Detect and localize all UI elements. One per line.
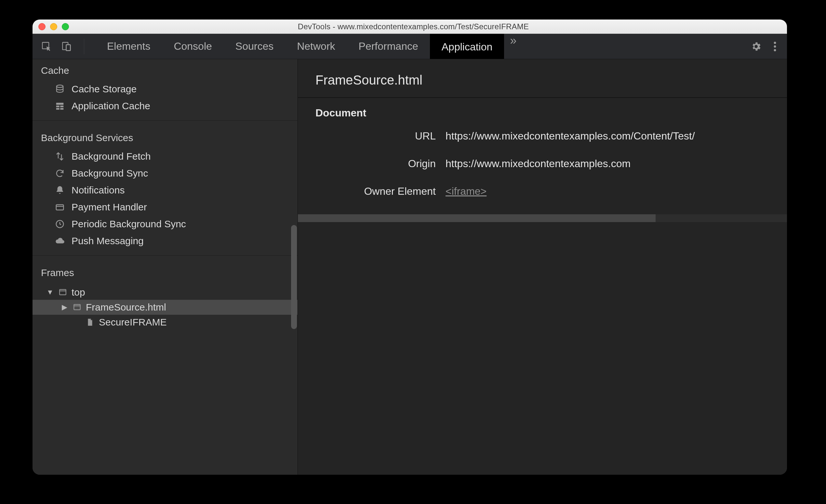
tab-console[interactable]: Console [162,34,223,59]
frame-label: top [71,287,85,298]
section-frames-title: Frames [33,261,298,283]
frame-child-secureiframe[interactable]: SecureIFRAME [33,315,298,330]
frame-child-framesource[interactable]: ▶ FrameSource.html [33,300,298,315]
sidebar-item-label: Background Sync [71,168,148,179]
row-owner: Owner Element <iframe> [298,178,787,205]
svg-point-6 [774,49,776,51]
sidebar-item-notifications[interactable]: Notifications [33,182,298,199]
divider [33,120,298,121]
sidebar-item-label: Notifications [71,185,125,196]
divider [33,255,298,256]
close-window-button[interactable] [38,23,46,30]
database-icon [54,83,66,95]
grid-icon [54,100,66,112]
transfer-icon [54,150,66,162]
svg-rect-2 [66,45,71,50]
sidebar-item-label: Application Cache [71,101,150,112]
sidebar-item-label: Periodic Background Sync [71,218,186,230]
cloud-icon [54,235,66,247]
sidebar-item-push[interactable]: Push Messaging [33,233,298,249]
svg-point-7 [57,85,63,88]
caret-down-icon[interactable]: ▼ [46,288,54,297]
frame-label: SecureIFRAME [99,317,167,328]
tab-elements[interactable]: Elements [95,34,162,59]
device-toggle-icon[interactable] [61,41,72,52]
window-icon [58,288,68,297]
svg-point-5 [774,45,776,48]
value-owner-link[interactable]: <iframe> [446,185,769,197]
svg-rect-8 [56,103,64,105]
sidebar-item-cache-storage[interactable]: Cache Storage [33,81,298,98]
label-owner: Owner Element [315,185,436,197]
sidebar-item-periodic-sync[interactable]: Periodic Background Sync [33,215,298,233]
row-origin: Origin https://www.mixedcontentexamples.… [298,150,787,178]
sidebar-item-label: Cache Storage [71,83,136,94]
window-title: DevTools - www.mixedcontentexamples.com/… [73,22,753,31]
frame-label: FrameSource.html [86,302,166,313]
value-origin: https://www.mixedcontentexamples.com [446,158,769,170]
value-url: https://www.mixedcontentexamples.com/Con… [446,130,769,142]
label-url: URL [315,130,436,142]
svg-rect-9 [56,106,60,107]
frames-tree: ▼ top ▶ FrameSource.html SecureIFRAME [33,283,298,336]
detail-heading: FrameSource.html [298,59,787,97]
tab-network[interactable]: Network [285,34,347,59]
minimize-window-button[interactable] [50,23,57,30]
section-document: Document [298,98,787,122]
tab-application[interactable]: Application [430,34,505,59]
panel-body: Cache Cache Storage Application Cache Ba… [33,59,787,475]
scroll-thumb[interactable] [298,214,656,222]
svg-rect-16 [74,304,80,310]
titlebar: DevTools - www.mixedcontentexamples.com/… [33,19,787,34]
svg-rect-10 [60,106,63,107]
svg-rect-15 [60,290,66,295]
sync-icon [54,168,66,179]
row-url: URL https://www.mixedcontentexamples.com… [298,122,787,150]
window-controls [38,23,69,30]
sidebar-item-label: Background Fetch [71,151,151,162]
sidebar-item-app-cache[interactable]: Application Cache [33,98,298,115]
frame-detail-panel: FrameSource.html Document URL https://ww… [298,59,787,475]
sidebar-item-bg-sync[interactable]: Background Sync [33,165,298,182]
sidebar-item-label: Push Messaging [71,236,144,247]
divider [84,39,84,54]
svg-point-4 [774,42,776,44]
application-sidebar: Cache Cache Storage Application Cache Ba… [33,59,298,475]
card-icon [54,201,66,213]
sidebar-scrollbar[interactable] [291,225,297,329]
bell-icon [54,184,66,196]
inspect-element-icon[interactable] [41,41,52,52]
section-bg-title: Background Services [33,126,298,148]
tab-performance[interactable]: Performance [347,34,430,59]
section-cache-title: Cache [33,59,298,81]
more-tabs-icon[interactable]: » [504,34,522,59]
frame-top[interactable]: ▼ top [33,285,298,300]
caret-right-icon[interactable]: ▶ [60,303,68,312]
svg-rect-12 [60,108,63,110]
horizontal-scrollbar[interactable] [298,212,787,225]
svg-rect-11 [56,108,60,110]
settings-icon[interactable] [751,41,762,52]
maximize-window-button[interactable] [62,23,69,30]
svg-rect-13 [56,205,64,210]
sidebar-item-bg-fetch[interactable]: Background Fetch [33,148,298,165]
kebab-menu-icon[interactable] [773,41,777,52]
tab-sources[interactable]: Sources [224,34,285,59]
document-icon [85,317,95,327]
label-origin: Origin [315,158,436,170]
devtools-tabstrip: Elements Console Sources Network Perform… [33,34,787,59]
sidebar-item-payment[interactable]: Payment Handler [33,199,298,215]
devtools-window: DevTools - www.mixedcontentexamples.com/… [33,19,787,475]
sidebar-item-label: Payment Handler [71,202,147,213]
window-icon [72,302,82,312]
clock-icon [54,218,66,230]
